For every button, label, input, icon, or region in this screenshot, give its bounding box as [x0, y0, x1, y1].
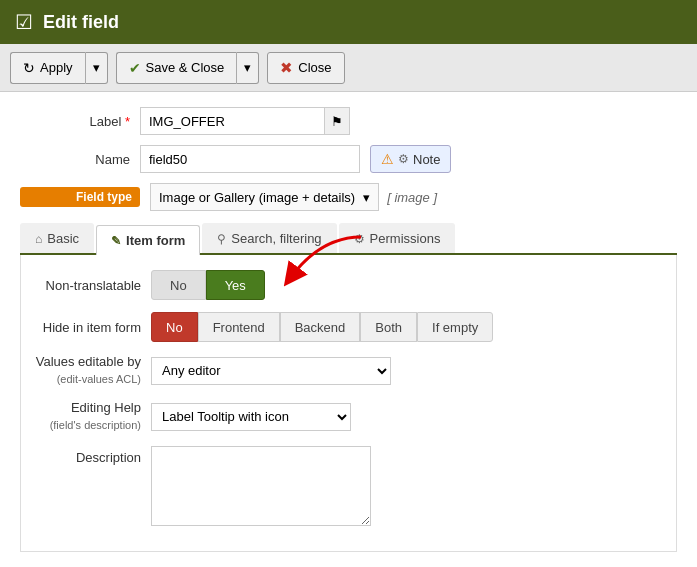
- name-field-label: Name: [20, 152, 140, 167]
- permissions-tab-icon: ⚙: [354, 232, 365, 246]
- editing-help-label: Editing Help (field's description): [31, 400, 151, 434]
- hide-in-item-form-row: Hide in item form No Frontend Backend Bo…: [31, 312, 666, 342]
- hide-no-button[interactable]: No: [151, 312, 198, 342]
- tab-search-filtering-label: Search, filtering: [231, 231, 321, 246]
- title-bar: ☑ Edit field: [0, 0, 697, 44]
- toggle-yes-button[interactable]: Yes: [206, 270, 265, 300]
- description-textarea[interactable]: [151, 446, 371, 526]
- editing-help-row: Editing Help (field's description) Label…: [31, 400, 666, 434]
- description-row: Description: [31, 446, 666, 526]
- hide-in-item-form-label: Hide in item form: [31, 320, 151, 335]
- label-field-label: Label *: [20, 114, 140, 129]
- apply-label: Apply: [40, 60, 73, 75]
- label-input-group: ⚑: [140, 107, 350, 135]
- non-translatable-row: Non-translatable No Yes: [31, 270, 666, 300]
- apply-dropdown-button[interactable]: ▾: [85, 52, 108, 84]
- field-type-dropdown[interactable]: Image or Gallery (image + details) ▾: [150, 183, 379, 211]
- close-icon: ✖: [280, 59, 293, 77]
- values-editable-sublabel: (edit-values ACL): [57, 373, 141, 385]
- tab-content-item-form: Non-translatable No Yes H: [20, 255, 677, 552]
- toggle-no-button[interactable]: No: [151, 270, 206, 300]
- hide-if-empty-label: If empty: [432, 320, 478, 335]
- tab-permissions[interactable]: ⚙ Permissions: [339, 223, 456, 253]
- item-form-tab-icon: ✎: [111, 234, 121, 248]
- tab-permissions-label: Permissions: [370, 231, 441, 246]
- hide-backend-label: Backend: [295, 320, 346, 335]
- field-type-select-group: Image or Gallery (image + details) ▾ [ i…: [150, 183, 437, 211]
- save-close-dropdown-button[interactable]: ▾: [236, 52, 259, 84]
- values-editable-label: Values editable by (edit-values ACL): [31, 354, 151, 388]
- tab-basic[interactable]: ⌂ Basic: [20, 223, 94, 253]
- toggle-yes-label: Yes: [225, 278, 246, 293]
- note-button[interactable]: ⚠ ⚙ Note: [370, 145, 451, 173]
- name-row: Name ⚠ ⚙ Note: [20, 145, 677, 173]
- hide-options-group: No Frontend Backend Both If empty: [151, 312, 493, 342]
- basic-tab-icon: ⌂: [35, 232, 42, 246]
- label-row: Label * ⚑: [20, 107, 677, 135]
- warning-icon: ⚠: [381, 151, 394, 167]
- tab-search-filtering[interactable]: ⚲ Search, filtering: [202, 223, 336, 253]
- toggle-no-label: No: [170, 278, 187, 293]
- tab-item-form-label: Item form: [126, 233, 185, 248]
- tabs-bar: ⌂ Basic ✎ Item form ⚲ Search, filtering …: [20, 223, 677, 255]
- hide-if-empty-button[interactable]: If empty: [417, 312, 493, 342]
- search-filtering-tab-icon: ⚲: [217, 232, 226, 246]
- note-label: Note: [413, 152, 440, 167]
- save-close-label: Save & Close: [146, 60, 225, 75]
- editing-help-sublabel: (field's description): [50, 419, 141, 431]
- refresh-icon: ↻: [23, 60, 35, 76]
- values-editable-select[interactable]: Any editor: [151, 357, 391, 385]
- hide-both-label: Both: [375, 320, 402, 335]
- field-type-row: Field type Image or Gallery (image + det…: [20, 183, 677, 211]
- tab-basic-label: Basic: [47, 231, 79, 246]
- hide-no-label: No: [166, 320, 183, 335]
- hide-frontend-button[interactable]: Frontend: [198, 312, 280, 342]
- label-input[interactable]: [140, 107, 325, 135]
- flag-icon: ⚑: [331, 114, 343, 129]
- tab-item-form[interactable]: ✎ Item form: [96, 225, 200, 255]
- name-input[interactable]: [140, 145, 360, 173]
- label-input-icon-button[interactable]: ⚑: [325, 107, 350, 135]
- description-label: Description: [31, 446, 151, 465]
- values-editable-row: Values editable by (edit-values ACL) Any…: [31, 354, 666, 388]
- close-button[interactable]: ✖ Close: [267, 52, 344, 84]
- required-marker: *: [125, 114, 130, 129]
- gear-icon: ⚙: [398, 152, 409, 166]
- close-label: Close: [298, 60, 331, 75]
- field-type-badge: Field type: [20, 187, 140, 207]
- save-close-btn-group: ✔ Save & Close ▾: [116, 52, 260, 84]
- save-close-button[interactable]: ✔ Save & Close: [116, 52, 237, 84]
- hide-backend-button[interactable]: Backend: [280, 312, 361, 342]
- hide-both-button[interactable]: Both: [360, 312, 417, 342]
- apply-button[interactable]: ↻ Apply: [10, 52, 85, 84]
- toolbar: ↻ Apply ▾ ✔ Save & Close ▾ ✖ Close: [0, 44, 697, 92]
- non-translatable-label: Non-translatable: [31, 278, 151, 293]
- page-title: Edit field: [43, 12, 119, 33]
- editing-help-select[interactable]: Label Tooltip with icon: [151, 403, 351, 431]
- non-translatable-toggle: No Yes: [151, 270, 265, 300]
- check-icon: ✔: [129, 60, 141, 76]
- main-content: Label * ⚑ Name ⚠ ⚙ Note Field type Image…: [0, 92, 697, 567]
- edit-field-icon: ☑: [15, 10, 33, 34]
- field-type-arrow: ▾: [363, 190, 370, 205]
- field-type-value: Image or Gallery (image + details): [159, 190, 355, 205]
- field-type-tag: [ image ]: [387, 190, 437, 205]
- apply-btn-group: ↻ Apply ▾: [10, 52, 108, 84]
- hide-frontend-label: Frontend: [213, 320, 265, 335]
